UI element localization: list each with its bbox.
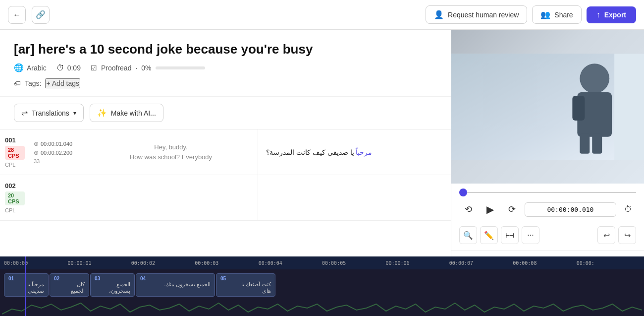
header: ← 🔗 👤 Request human review 👥 Share ↑ Exp… <box>0 0 644 30</box>
rewind-icon: ⟲ <box>465 204 472 215</box>
subtitle-row-left-002: 002 20 CPS CPL <box>0 175 258 220</box>
timeline-segment-05[interactable]: 05 كنت أصنعك ياهاي <box>216 273 275 297</box>
review-icon: 👤 <box>434 10 444 19</box>
make-with-ai-button[interactable]: ✨ Make with AI... <box>90 104 163 122</box>
svg-rect-7 <box>614 54 644 160</box>
timecode-display: 00:00:00.010 <box>525 202 616 217</box>
ruler-tick-7: 00:00:07 <box>449 260 513 266</box>
export-icon: ↑ <box>596 10 600 19</box>
fit-tool-icon: ⊢⊣ <box>506 231 514 239</box>
add-icon-out[interactable]: ⊕ <box>34 149 39 156</box>
seg-text-05: كنت أصنعك ياهاي <box>220 281 271 294</box>
undo-button[interactable]: ↩ <box>597 226 615 244</box>
share-button[interactable]: 👥 Share <box>532 5 581 24</box>
add-icon-in[interactable]: ⊕ <box>34 140 39 147</box>
edit-tool-icon: ✏️ <box>484 231 494 240</box>
seg-text-03: الجميعبسخرون، <box>95 281 130 294</box>
seg-num-03: 03 <box>95 276 130 281</box>
request-review-button[interactable]: 👤 Request human review <box>426 5 527 24</box>
cpl-label-002: CPL <box>5 207 15 213</box>
table-row: 001 28 CPS CPL ⊕ 00:00:01.040 ⊕ 00:00:02… <box>0 129 451 175</box>
back-button[interactable]: ← <box>8 6 26 24</box>
clock-button[interactable]: ⏱ <box>620 201 636 217</box>
timeline-segment-01[interactable]: 01 مرحباً ياصديقي <box>4 273 49 297</box>
subtitle-index-col-001: 001 28 CPS CPL <box>0 129 30 175</box>
subtitle-index-col-002: 002 20 CPS CPL <box>0 175 30 220</box>
tags-row: 🏷 Tags: + Add tags <box>14 78 437 88</box>
timeline-segment-04[interactable]: 04 الجميع يسخرون منك. <box>136 273 215 297</box>
proofread-label: Proofread <box>101 64 131 72</box>
back-icon: ← <box>13 10 21 19</box>
char-count-001: 33 <box>34 158 80 164</box>
check-icon: ☑ <box>91 64 97 72</box>
header-left: ← 🔗 <box>8 6 50 24</box>
add-tags-label: + Add tags <box>46 79 79 87</box>
seg-text-02: كانالجميع <box>54 281 85 294</box>
progress-line <box>467 192 636 193</box>
ai-sparkle-icon: ✨ <box>97 108 107 118</box>
timecode-out-001: 00:00:02.200 <box>41 150 72 156</box>
subtitle-timecodes-001: ⊕ 00:00:01.040 ⊕ 00:00:02.200 33 <box>30 129 84 175</box>
proofread-meta: ☑ Proofread · 0% <box>91 64 205 72</box>
subtitle-source-text-002[interactable] <box>84 175 258 220</box>
forward-button[interactable]: ⟳ <box>503 200 521 218</box>
project-title: [ar] here's a 10 second joke because you… <box>14 42 437 57</box>
seg-text-04: الجميع يسخرون منك. <box>140 281 211 288</box>
more-tool-button[interactable]: ··· <box>522 226 539 244</box>
edit-tool-button[interactable]: ✏️ <box>480 226 498 244</box>
seg-num-04: 04 <box>140 276 211 281</box>
redo-button[interactable]: ↪ <box>618 226 636 244</box>
timeline-segment-02[interactable]: 02 كانالجميع <box>50 273 89 297</box>
seg-num-02: 02 <box>54 276 85 281</box>
play-button[interactable]: ▶ <box>481 200 499 218</box>
duration-label: 0:09 <box>67 64 81 72</box>
redo-icon: ↪ <box>624 231 631 240</box>
timeline-segment-03[interactable]: 03 الجميعبسخرون، <box>90 273 135 297</box>
language-label: Arabic <box>27 64 47 72</box>
ruler-tick-3: 00:00:03 <box>195 260 258 266</box>
request-review-label: Request human review <box>448 11 519 19</box>
rewind-button[interactable]: ⟲ <box>459 200 477 218</box>
timeline-panel: 00:00:00 00:00:01 00:00:02 00:00:03 00:0… <box>0 256 644 316</box>
proofread-dot: · <box>135 64 137 72</box>
ruler-tick-0: 00:00:00 <box>4 260 67 266</box>
editor-controls: 🔍 ✏️ ⊢⊣ ··· ↩ ↪ <box>451 223 644 251</box>
subtitle-translation-001[interactable]: مرحباً يا صديقي كيف كانت المدرسة؟ <box>258 129 451 175</box>
make-with-ai-label: Make with AI... <box>111 109 156 117</box>
project-info: [ar] here's a 10 second joke because you… <box>0 30 451 97</box>
clock-icon: ⏱ <box>624 205 632 214</box>
waveform-svg <box>2 300 642 316</box>
proofread-progress-bg <box>156 66 205 69</box>
link-button[interactable]: 🔗 <box>32 6 50 24</box>
language-meta: 🌐 Arabic <box>14 63 47 72</box>
cpl-label-001: CPL <box>5 162 15 168</box>
export-button[interactable]: ↑ Export <box>587 6 636 23</box>
video-frame <box>451 54 644 160</box>
cps-badge-001: 28 CPS <box>5 146 25 160</box>
player-controls: ⟲ ▶ ⟳ 00:00:00.010 ⏱ <box>451 196 644 223</box>
subtitle-translation-002[interactable] <box>258 175 451 220</box>
add-tags-button[interactable]: + Add tags <box>45 78 80 88</box>
timecode-in-row-001: ⊕ 00:00:01.040 <box>34 140 80 147</box>
link-icon: 🔗 <box>36 10 46 19</box>
search-tool-button[interactable]: 🔍 <box>459 226 477 244</box>
timecode-out-row-001: ⊕ 00:00:02.200 <box>34 149 80 156</box>
progress-dot <box>459 189 467 196</box>
fit-tool-button[interactable]: ⊢⊣ <box>501 226 519 244</box>
video-placeholder <box>451 30 644 184</box>
ruler-tick-6: 00:00:06 <box>385 260 449 266</box>
ruler-tick-8: 00:00:08 <box>513 260 576 266</box>
search-tool-icon: 🔍 <box>463 231 473 240</box>
forward-icon: ⟳ <box>508 204 516 215</box>
ruler-tick-9: 00:00: <box>577 260 640 266</box>
tags-label: Tags: <box>25 79 41 87</box>
seg-num-05: 05 <box>220 276 271 281</box>
translations-icon: ⇌ <box>21 108 28 118</box>
svg-rect-4 <box>572 96 585 121</box>
undo-icon: ↩ <box>603 231 610 240</box>
chevron-down-icon: ▾ <box>73 110 76 117</box>
seg-text-01: مرحباً ياصديقي <box>8 281 44 294</box>
timeline-segments: 01 مرحباً ياصديقي 02 كانالجميع 03 الجميع… <box>0 269 644 297</box>
translations-button[interactable]: ⇌ Translations ▾ <box>14 104 84 122</box>
subtitle-source-text-001[interactable]: Hey, buddy.How was school? Everybody <box>84 129 258 175</box>
